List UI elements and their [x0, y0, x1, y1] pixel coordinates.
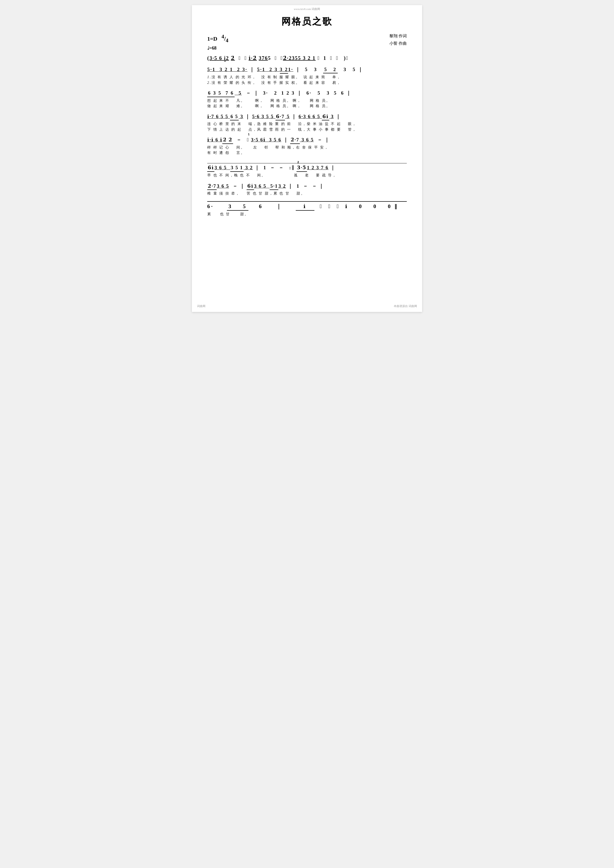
- line6-lyrics1: 稚 童 须 挂 牵， 苦 也 甘 甜，累 也 甘 甜。: [207, 191, 407, 196]
- line2-notes: 6 3 5 7 6 5 － ｜ 3· 2 1 2 3 ｜ 6· 5 3 5 6 …: [207, 90, 407, 97]
- time-sig: 4/4: [222, 35, 229, 42]
- line1-lyrics1: 1.没 有 诱 人 的 光 环， 没 有 制 服 耀 眼。 说 起 来 简 单，: [207, 74, 407, 80]
- watermark-top: www.ktv8.com 词曲网: [294, 7, 320, 11]
- line5: 6̇i̇3 6 5 3 5 1 3 2 ｜ 1 － － :‖ 2 3̇·5̇1 …: [207, 164, 407, 178]
- line3-lyrics1: 连 心 桥 里 的 末 端，急 难 险 重 的 前 沿，柴 米 油 盐 不 起 …: [207, 121, 407, 127]
- line6: 2̇·73 6 5 － ｜ 6̇i̇3 6 5 5·13 2 ｜ 1 － － ｜…: [207, 183, 407, 197]
- line3-notes: i̇·7 6 5 5 6 5 3 ｜ 5·6 3 5 5 6̇·7 5 ｜ 6·…: [207, 113, 407, 121]
- line7-lyrics1: 累 也 甘 甜。: [207, 211, 407, 217]
- line4: i̇·i̇ 6 i̇2̇ 2̇ － 1 ｜ 3·5 6i̇ 3 5 6 ｜ 2̇…: [207, 136, 407, 158]
- line6-notes: 2̇·73 6 5 － ｜ 6̇i̇3 6 5 5·13 2 ｜ 1 － － ｜: [207, 183, 407, 190]
- line2: 6 3 5 7 6 5 － ｜ 3· 2 1 2 3 ｜ 6· 5 3 5 6 …: [207, 90, 407, 108]
- line3-lyrics2: 下 情 上 达 的 起 点，风 霜 雪 雨 的 一 线，大 事 小 事 都 要 …: [207, 127, 407, 132]
- line1-lyrics2: 2.没 有 荣 耀 的 头 衔， 没 有 手 握 实 权。 看 起 来 容 易，: [207, 80, 407, 85]
- line1: 5·1 3 2 1 2 3· ｜ 5·1 2 3 3 21· ｜ 5 3 5 2…: [207, 66, 407, 85]
- sheet-music: (3·5 6 i2 2̇ － ｜ i̇·2̇ 3765 － ｜2̇·2355 3…: [207, 54, 407, 217]
- intro-notes: (3·5 6 i2 2̇ － ｜ i̇·2̇ 3765 － ｜2̇·2355 3…: [207, 54, 407, 62]
- key-line: 1=D 4/4: [207, 33, 229, 45]
- composer: 小誓 作曲: [389, 40, 407, 47]
- authors: 黎翔 作词 小誓 作曲: [389, 33, 407, 47]
- line7: 6· 3 5 6 ｜ i̇ － － ｜ i̇ 0 0 0 ‖ 累 也 甘 甜。: [207, 203, 407, 217]
- separator1: [207, 163, 407, 163]
- meta-row: 1=D 4/4 ♩=68 黎翔 作词 小誓 作曲: [207, 33, 407, 52]
- line5-notes: 6̇i̇3 6 5 3 5 1 3 2 ｜ 1 － － :‖ 2 3̇·5̇1 …: [207, 164, 407, 172]
- key-tempo: 1=D 4/4 ♩=68: [207, 33, 229, 52]
- line3: i̇·7 6 5 5 6 5 3 ｜ 5·6 3 5 5 6̇·7 5 ｜ 6·…: [207, 113, 407, 132]
- key-label: 1=D: [207, 36, 217, 42]
- line4-notes-wrapper: i̇·i̇ 6 i̇2̇ 2̇ － 1 ｜ 3·5 6i̇ 3 5 6 ｜ 2̇…: [207, 136, 407, 158]
- watermark-bottom-left: 词曲网: [197, 304, 205, 308]
- line4-notes: i̇·i̇ 6 i̇2̇ 2̇ － 1 ｜ 3·5 6i̇ 3 5 6 ｜ 2̇…: [207, 136, 407, 144]
- line2-lyrics2: 做 起 来 艰 难。 啊， 网 格 员。 啊， 网 格 员。: [207, 104, 407, 108]
- lyricist: 黎翔 作词: [389, 33, 407, 40]
- line2-lyrics1: 想 起 来 不 凡。 啊， 网 格 员。 啊， 网 格 员。: [207, 98, 407, 104]
- line4-lyrics2: 有 时 遭 怨 言。: [207, 150, 407, 155]
- line1-notes: 5·1 3 2 1 2 3· ｜ 5·1 2 3 3 21· ｜ 5 3 5 2…: [207, 66, 407, 74]
- page-title: 网格员之歌: [207, 16, 407, 28]
- line4-wrapper: i̇·i̇ 6 i̇2̇ 2̇ － 1 ｜ 3·5 6i̇ 3 5 6 ｜ 2̇…: [207, 136, 407, 158]
- line4-lyrics1: 样 样 记 心 间。 左 邻 帮 和 顺，右 舍 保 平 安，: [207, 145, 407, 150]
- intro-line: (3·5 6 i2 2̇ － ｜ i̇·2̇ 3765 － ｜2̇·2355 3…: [207, 54, 407, 62]
- page: www.ktv8.com 词曲网 网格员之歌 1=D 4/4 ♩=68 黎翔 作…: [192, 5, 422, 312]
- line5-lyrics1: 早 也 不 闲，晚 也 不 闲。 孤 老 要 疏 导，: [207, 172, 407, 178]
- separator2: [207, 201, 407, 202]
- line7-notes: 6· 3 5 6 ｜ i̇ － － ｜ i̇ 0 0 0 ‖: [207, 203, 407, 211]
- tempo-label: ♩=68: [207, 45, 229, 52]
- watermark-bottom-right: 本曲谱源自 词曲网: [394, 304, 417, 308]
